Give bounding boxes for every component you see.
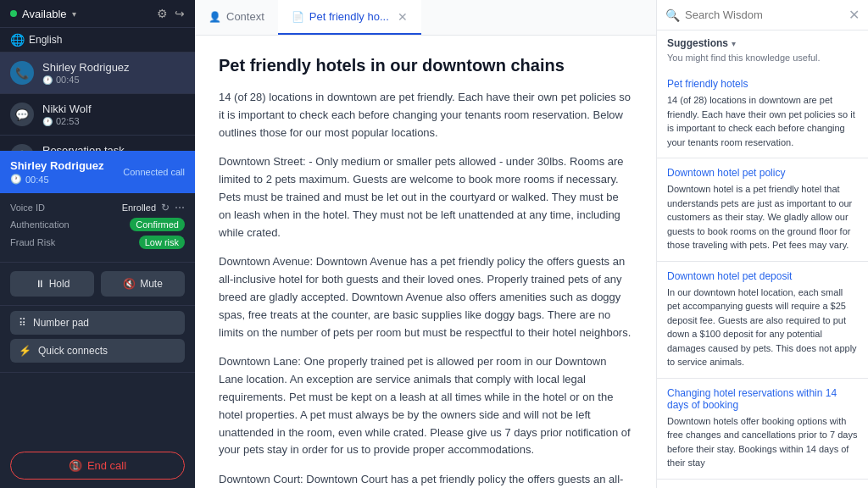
hold-button[interactable]: ⏸ Hold [10, 271, 94, 297]
tab-context[interactable]: 👤 Context [195, 0, 278, 35]
clock-icon: 🕐 [42, 117, 53, 126]
knowledge-item-body-3: Downtown hotels offer booking options wi… [667, 414, 858, 470]
chevron-down-icon: ▾ [732, 39, 736, 48]
knowledge-item-2: Downtown hotel pet deposit In our downto… [657, 262, 868, 379]
sidebar: Available ▾ ⚙ ↪ 🌐 English 📞 Shirley Rodr… [0, 0, 195, 488]
call-buttons: ⏸ Hold 🔇 Mute [0, 263, 195, 306]
doc-paragraph-4: Downtown Lane: One properly trained pet … [219, 353, 632, 459]
knowledge-item-title-2[interactable]: Downtown hotel pet deposit [667, 270, 858, 282]
fraud-badge: Low risk [139, 236, 185, 249]
status-indicator [10, 10, 17, 17]
mute-button[interactable]: 🔇 Mute [101, 271, 185, 297]
tab-close-button[interactable]: ✕ [398, 11, 408, 23]
main-header: 👤 Context 📄 Pet friendly ho... ✕ [195, 0, 656, 36]
contact-info-reservation: Reservation task ⏸ 07:13 [42, 144, 185, 151]
settings-button[interactable]: ⚙ [157, 7, 168, 20]
status-dropdown[interactable]: Available ▾ [10, 8, 76, 20]
contact-info-shirley: Shirley Rodriguez 🕐 00:45 [42, 61, 185, 85]
auth-label: Authentication [10, 219, 70, 230]
logout-button[interactable]: ↪ [175, 7, 185, 20]
task-icon: 📋 [10, 144, 34, 151]
end-call-button[interactable]: 📵 End call [10, 452, 185, 480]
knowledge-item-3: Changing hotel reservations within 14 da… [657, 379, 868, 480]
contact-name: Nikki Wolf [42, 103, 185, 115]
search-icon: 🔍 [665, 8, 680, 22]
active-call-name: Shirley Rodriguez [10, 159, 104, 172]
sidebar-actions: ⚙ ↪ [157, 7, 185, 20]
knowledge-item-0: Pet friendly hotels 14 (of 28) locations… [657, 69, 868, 158]
language-label: English [29, 34, 62, 46]
knowledge-item-title-3[interactable]: Changing hotel reservations within 14 da… [667, 387, 858, 411]
sidebar-header: Available ▾ ⚙ ↪ [0, 0, 195, 28]
document-title: Pet friendly hotels in our downtown chai… [219, 56, 632, 75]
knowledge-items: Pet friendly hotels 14 (of 28) locations… [657, 69, 868, 488]
mic-mute-icon: 🔇 [123, 278, 136, 290]
knowledge-item-body-0: 14 (of 28) locations in downtown are pet… [667, 93, 858, 149]
quick-connects-button[interactable]: ⚡ Quick connects [10, 339, 185, 363]
contact-item-reservation[interactable]: 📋 Reservation task ⏸ 07:13 [0, 136, 195, 151]
contact-item-shirley[interactable]: 📞 Shirley Rodriguez 🕐 00:45 [0, 53, 195, 94]
document-content: Pet friendly hotels in our downtown chai… [195, 36, 656, 488]
number-pad-button[interactable]: ⠿ Number pad [10, 311, 185, 335]
globe-icon: 🌐 [10, 33, 25, 47]
language-selector[interactable]: 🌐 English [0, 28, 195, 53]
doc-paragraph-2: Downtown Street: - Only medium or smalle… [219, 153, 632, 241]
main-content: 👤 Context 📄 Pet friendly ho... ✕ Pet fri… [195, 0, 656, 488]
voice-id-row: Voice ID Enrolled ↻ ⋯ [10, 202, 185, 214]
contact-info-nikki: Nikki Wolf 🕐 02:53 [42, 103, 185, 126]
knowledge-item-title-0[interactable]: Pet friendly hotels [667, 78, 858, 90]
clock-icon: 🕐 [42, 75, 53, 85]
fraud-label: Fraud Risk [10, 237, 55, 247]
status-label: Available [22, 8, 67, 20]
search-bar: 🔍 ✕ [657, 0, 868, 30]
tabs-area: 👤 Context 📄 Pet friendly ho... ✕ [195, 0, 656, 35]
refresh-button[interactable]: ↻ [161, 202, 170, 214]
pause-icon: ⏸ [35, 278, 45, 290]
right-panel: 🔍 ✕ Suggestions ▾ You might find this kn… [656, 0, 868, 488]
contact-time: 🕐 00:45 [42, 75, 185, 85]
close-right-button[interactable]: ✕ [849, 7, 860, 23]
chat-icon: 💬 [10, 103, 34, 126]
contact-time: 🕐 02:53 [42, 116, 185, 126]
voice-id-label: Voice ID [10, 202, 45, 213]
connected-badge: Connected call [123, 167, 185, 177]
more-options-button[interactable]: ⋯ [175, 202, 185, 214]
auth-badge: Confirmed [130, 218, 185, 231]
person-icon: 👤 [209, 11, 221, 23]
phone-icon: 📞 [10, 61, 34, 85]
knowledge-item-title-1[interactable]: Downtown hotel pet policy [667, 167, 858, 179]
knowledge-item-body-1: Downtown hotel is a pet friendly hotel t… [667, 182, 858, 252]
contact-item-nikki[interactable]: 💬 Nikki Wolf 🕐 02:53 [0, 94, 195, 136]
contact-name: Reservation task [42, 144, 185, 151]
doc-paragraph-1: 14 (of 28) locations in downtown are pet… [219, 89, 632, 141]
call-extras: ⠿ Number pad ⚡ Quick connects [0, 306, 195, 373]
contact-name: Shirley Rodriguez [42, 61, 185, 74]
fraud-row: Fraud Risk Low risk [10, 236, 185, 249]
doc-paragraph-5: Downtown Court: Downtown Court has a pet… [219, 471, 632, 488]
knowledge-item-body-2: In our downtown hotel location, each sma… [667, 286, 858, 369]
chevron-down-icon: ▾ [72, 9, 76, 19]
knowledge-item-1: Downtown hotel pet policy Downtown hotel… [657, 158, 868, 262]
dialpad-icon: ⠿ [19, 317, 26, 329]
active-call-time: 🕐 00:45 [10, 174, 104, 185]
suggestions-header: Suggestions ▾ [657, 30, 868, 53]
call-details: Voice ID Enrolled ↻ ⋯ Authentication Con… [0, 193, 195, 263]
lightning-icon: ⚡ [19, 345, 31, 357]
document-icon: 📄 [292, 11, 304, 23]
document-body: 14 (of 28) locations in downtown are pet… [219, 89, 632, 488]
search-input[interactable] [685, 8, 843, 21]
tab-pet-friendly[interactable]: 📄 Pet friendly ho... ✕ [278, 0, 421, 35]
phone-end-icon: 📵 [69, 459, 82, 472]
end-call-area: 📵 End call [0, 373, 195, 488]
auth-row: Authentication Confirmed [10, 218, 185, 231]
active-call-panel: Shirley Rodriguez 🕐 00:45 Connected call [0, 151, 195, 193]
voice-id-value: Enrolled [122, 202, 156, 213]
doc-paragraph-3: Downtown Avenue: Downtown Avenue has a p… [219, 253, 632, 341]
suggestions-label: Suggestions [667, 37, 728, 49]
suggestions-subtitle: You might find this knowledge useful. [657, 53, 868, 69]
contact-list: 📞 Shirley Rodriguez 🕐 00:45 💬 Nikki Wolf… [0, 53, 195, 151]
clock-icon: 🕐 [10, 174, 22, 185]
